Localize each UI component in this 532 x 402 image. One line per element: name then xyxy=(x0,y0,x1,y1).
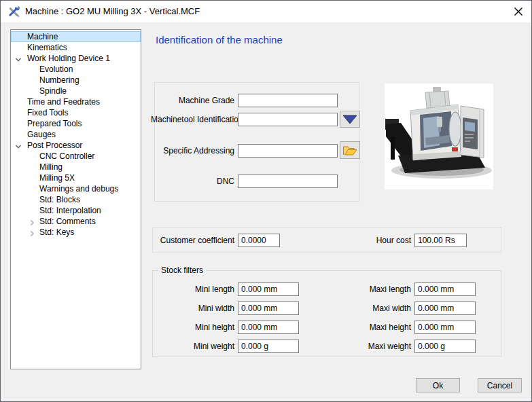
close-icon[interactable] xyxy=(514,7,523,16)
tree-item-label: Std: Interpolation xyxy=(39,206,101,215)
machine-properties-dialog: Machine : GO2 MU Milling 3X - Vertical.M… xyxy=(0,0,532,402)
maxi-height-label: Maxi height xyxy=(330,321,411,334)
tree-item-label: Kinematics xyxy=(27,43,67,52)
hour-cost-label: Hour cost xyxy=(343,234,411,247)
tree-item-gauges[interactable]: Gauges xyxy=(11,129,141,140)
chevron-right-icon[interactable] xyxy=(29,229,35,236)
specific-addressing-input[interactable] xyxy=(238,144,338,158)
tree-item-spindle[interactable]: Spindle xyxy=(11,86,141,96)
tools-icon xyxy=(7,5,20,18)
dropdown-triangle-icon xyxy=(342,114,358,125)
tree-item-label: Warnings and debugs xyxy=(39,184,118,194)
tree-item-label: Gauges xyxy=(27,130,56,139)
tree-item-warnings-and-debugs[interactable]: Warnings and debugs xyxy=(11,183,141,194)
stock-filters-legend: Stock filters xyxy=(158,266,206,276)
tree-item-label: Work Holding Device 1 xyxy=(27,54,110,63)
tree-item-work-holding-device-1[interactable]: Work Holding Device 1 xyxy=(11,53,141,64)
tree-item-cnc-controller[interactable]: CNC Controller xyxy=(11,151,141,162)
tree-item-milling[interactable]: Milling xyxy=(11,162,141,172)
maxi-length-label: Maxi length xyxy=(330,282,411,296)
maxi-weight-input[interactable] xyxy=(414,340,476,353)
cancel-button[interactable]: Cancel xyxy=(478,378,522,392)
mini-width-input[interactable] xyxy=(238,302,299,315)
identification-group: Machine Grade Machinetool Identification… xyxy=(154,82,359,202)
tree-item-machine[interactable]: Machine xyxy=(11,31,141,42)
hour-cost-input[interactable] xyxy=(414,234,467,247)
tree-item-label: Evolution xyxy=(39,65,73,74)
tree-item-label: Std: Blocks xyxy=(39,195,80,204)
mini-height-input[interactable] xyxy=(238,321,299,334)
tree-item-label: Post Processor xyxy=(27,141,82,150)
dnc-label: DNC xyxy=(155,175,234,188)
tree-item-fixed-tools[interactable]: Fixed Tools xyxy=(11,107,141,118)
chevron-right-icon[interactable] xyxy=(29,218,35,225)
tree-item-label: Numbering xyxy=(39,75,79,85)
maxi-width-label: Maxi width xyxy=(330,302,411,315)
tree-item-label: CNC Controller xyxy=(39,151,94,161)
tree-item-label: Milling 5X xyxy=(39,173,75,183)
tree-item-milling-5x[interactable]: Milling 5X xyxy=(11,172,141,183)
maxi-height-input[interactable] xyxy=(414,321,476,334)
titlebar: Machine : GO2 MU Milling 3X - Vertical.M… xyxy=(1,1,531,22)
tree-item-label: Time and Feedrates xyxy=(27,97,100,107)
tree-item-numbering[interactable]: Numbering xyxy=(11,75,141,86)
costs-group: Customer coefficient Hour cost xyxy=(152,227,501,253)
machinetool-dropdown-button[interactable] xyxy=(340,111,360,128)
specific-addressing-label: Specific Addressing xyxy=(155,144,234,158)
tree-item-std-keys[interactable]: Std: Keys xyxy=(11,227,141,238)
machine-grade-label: Machine Grade xyxy=(155,94,234,107)
maxi-weight-label: Maxi weight xyxy=(330,340,411,353)
tree-item-std-blocks[interactable]: Std: Blocks xyxy=(11,194,141,205)
machinetool-identification-input[interactable] xyxy=(238,113,338,126)
tree-item-label: Std: Keys xyxy=(39,227,74,237)
tree-item-kinematics[interactable]: Kinematics xyxy=(11,42,141,53)
tree-item-post-processor[interactable]: Post Processor xyxy=(11,140,141,151)
tree-item-label: Fixed Tools xyxy=(27,108,68,117)
maxi-width-input[interactable] xyxy=(414,302,476,315)
tree-item-label: Machine xyxy=(27,32,58,41)
tree-item-evolution[interactable]: Evolution xyxy=(11,64,141,75)
machine-photo xyxy=(385,84,493,189)
tree-item-label: Std: Comments xyxy=(39,217,96,226)
tree-item-label: Spindle xyxy=(39,86,67,96)
maxi-length-input[interactable] xyxy=(414,282,476,296)
mini-weight-label: Mini weight xyxy=(153,340,234,353)
window-title: Machine : GO2 MU Milling 3X - Vertical.M… xyxy=(25,1,200,22)
tree-item-label: Prepared Tools xyxy=(27,119,82,128)
mini-weight-input[interactable] xyxy=(238,340,299,353)
mini-width-label: Mini width xyxy=(153,302,234,315)
machinetool-identification-label: Machinetool Identification xyxy=(151,113,234,126)
chevron-down-icon[interactable] xyxy=(15,55,22,62)
machine-grade-input[interactable] xyxy=(238,94,338,107)
tree-item-label: Milling xyxy=(39,162,63,172)
mini-height-label: Mini height xyxy=(153,321,234,334)
customer-coefficient-label: Customer coefficient xyxy=(153,234,234,247)
mini-length-label: Mini length xyxy=(153,282,234,296)
browse-folder-button[interactable] xyxy=(340,141,360,159)
stock-filters-group: Stock filters Mini length Mini width Min… xyxy=(152,270,501,357)
tree-item-std-interpolation[interactable]: Std: Interpolation xyxy=(11,205,141,216)
cnc-machine-illustration xyxy=(385,84,493,189)
open-folder-icon xyxy=(342,145,357,156)
chevron-down-icon[interactable] xyxy=(15,142,22,149)
tree-item-prepared-tools[interactable]: Prepared Tools xyxy=(11,118,141,129)
tree-item-time-and-feedrates[interactable]: Time and Feedrates xyxy=(11,96,141,107)
page-title: Identification of the machine xyxy=(156,34,283,45)
dnc-input[interactable] xyxy=(238,175,338,188)
mini-length-input[interactable] xyxy=(238,282,299,296)
tree-item-std-comments[interactable]: Std: Comments xyxy=(11,216,141,227)
settings-tree: MachineKinematicsWork Holding Device 1Ev… xyxy=(10,29,141,369)
ok-button[interactable]: Ok xyxy=(416,378,460,392)
customer-coefficient-input[interactable] xyxy=(238,234,280,247)
